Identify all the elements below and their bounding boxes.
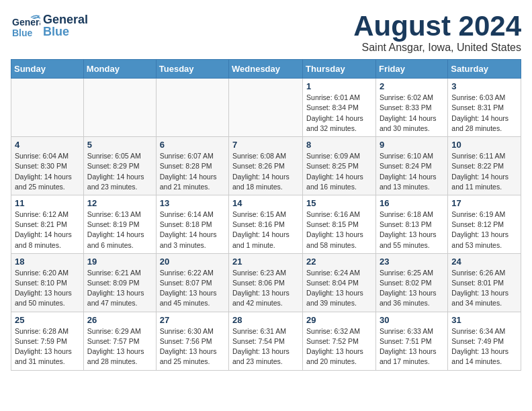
calendar-cell-w4-d6: 23Sunrise: 6:25 AM Sunset: 8:02 PM Dayli…: [375, 253, 447, 312]
day-number: 12: [87, 198, 152, 208]
calendar-table: SundayMondayTuesdayWednesdayThursdayFrid…: [11, 59, 521, 370]
day-number: 19: [87, 257, 152, 267]
calendar-cell-w1-d2: [83, 79, 156, 137]
day-info: Sunrise: 6:23 AM Sunset: 8:06 PM Dayligh…: [232, 268, 299, 309]
day-info: Sunrise: 6:05 AM Sunset: 8:29 PM Dayligh…: [87, 151, 152, 192]
day-info: Sunrise: 6:25 AM Sunset: 8:02 PM Dayligh…: [380, 268, 444, 309]
day-number: 3: [451, 81, 517, 91]
calendar-cell-w2-d5: 8Sunrise: 6:09 AM Sunset: 8:25 PM Daylig…: [303, 137, 376, 195]
day-info: Sunrise: 6:13 AM Sunset: 8:19 PM Dayligh…: [87, 210, 152, 250]
day-number: 20: [160, 257, 225, 267]
calendar-cell-w1-d6: 2Sunrise: 6:02 AM Sunset: 8:33 PM Daylig…: [375, 79, 447, 137]
calendar-cell-w5-d4: 28Sunrise: 6:31 AM Sunset: 7:54 PM Dayli…: [229, 312, 303, 370]
day-info: Sunrise: 6:08 AM Sunset: 8:26 PM Dayligh…: [232, 151, 299, 192]
day-number: 27: [160, 315, 225, 325]
day-number: 18: [15, 257, 80, 267]
day-number: 10: [451, 140, 517, 150]
calendar-cell-w1-d4: [229, 79, 303, 137]
calendar-cell-w2-d2: 5Sunrise: 6:05 AM Sunset: 8:29 PM Daylig…: [83, 137, 156, 195]
day-number: 15: [306, 198, 372, 208]
logo-general-text: General: [43, 13, 88, 26]
calendar-cell-w3-d3: 13Sunrise: 6:14 AM Sunset: 8:18 PM Dayli…: [156, 195, 228, 253]
day-info: Sunrise: 6:21 AM Sunset: 8:09 PM Dayligh…: [87, 268, 152, 309]
day-info: Sunrise: 6:11 AM Sunset: 8:22 PM Dayligh…: [451, 151, 517, 192]
day-number: 4: [15, 140, 80, 150]
header-monday: Monday: [83, 60, 156, 79]
day-info: Sunrise: 6:30 AM Sunset: 7:56 PM Dayligh…: [160, 326, 225, 367]
logo-blue-text: Blue: [43, 26, 88, 38]
day-number: 21: [232, 257, 299, 267]
calendar-cell-w2-d1: 4Sunrise: 6:04 AM Sunset: 8:30 PM Daylig…: [11, 137, 84, 195]
calendar-cell-w4-d7: 24Sunrise: 6:26 AM Sunset: 8:01 PM Dayli…: [448, 253, 521, 312]
day-info: Sunrise: 6:09 AM Sunset: 8:25 PM Dayligh…: [306, 151, 372, 192]
day-number: 9: [380, 140, 444, 150]
week-row-3: 11Sunrise: 6:12 AM Sunset: 8:21 PM Dayli…: [11, 195, 521, 253]
logo: General Blue GeneralBlue: [11, 11, 88, 40]
calendar-cell-w5-d7: 31Sunrise: 6:34 AM Sunset: 7:49 PM Dayli…: [448, 312, 521, 370]
calendar-cell-w5-d5: 29Sunrise: 6:32 AM Sunset: 7:52 PM Dayli…: [303, 312, 376, 370]
day-info: Sunrise: 6:10 AM Sunset: 8:24 PM Dayligh…: [380, 151, 444, 192]
calendar-cell-w3-d6: 16Sunrise: 6:18 AM Sunset: 8:13 PM Dayli…: [375, 195, 447, 253]
day-info: Sunrise: 6:32 AM Sunset: 7:52 PM Dayligh…: [306, 326, 372, 367]
day-number: 26: [87, 315, 152, 325]
subtitle: Saint Ansgar, Iowa, United States: [353, 42, 521, 54]
calendar-cell-w5-d3: 27Sunrise: 6:30 AM Sunset: 7:56 PM Dayli…: [156, 312, 228, 370]
calendar-cell-w3-d2: 12Sunrise: 6:13 AM Sunset: 8:19 PM Dayli…: [83, 195, 156, 253]
week-row-1: 1Sunrise: 6:01 AM Sunset: 8:34 PM Daylig…: [11, 79, 521, 137]
calendar-cell-w1-d3: [156, 79, 228, 137]
day-info: Sunrise: 6:33 AM Sunset: 7:51 PM Dayligh…: [380, 326, 444, 367]
calendar-cell-w3-d4: 14Sunrise: 6:15 AM Sunset: 8:16 PM Dayli…: [229, 195, 303, 253]
calendar-cell-w4-d4: 21Sunrise: 6:23 AM Sunset: 8:06 PM Dayli…: [229, 253, 303, 312]
day-info: Sunrise: 6:16 AM Sunset: 8:15 PM Dayligh…: [306, 210, 372, 250]
week-row-2: 4Sunrise: 6:04 AM Sunset: 8:30 PM Daylig…: [11, 137, 521, 195]
calendar-cell-w5-d2: 26Sunrise: 6:29 AM Sunset: 7:57 PM Dayli…: [83, 312, 156, 370]
day-number: 29: [306, 315, 372, 325]
day-info: Sunrise: 6:07 AM Sunset: 8:28 PM Dayligh…: [160, 151, 225, 192]
calendar-cell-w2-d4: 7Sunrise: 6:08 AM Sunset: 8:26 PM Daylig…: [229, 137, 303, 195]
day-info: Sunrise: 6:12 AM Sunset: 8:21 PM Dayligh…: [15, 210, 80, 250]
calendar-cell-w4-d1: 18Sunrise: 6:20 AM Sunset: 8:10 PM Dayli…: [11, 253, 84, 312]
calendar-cell-w2-d3: 6Sunrise: 6:07 AM Sunset: 8:28 PM Daylig…: [156, 137, 228, 195]
day-info: Sunrise: 6:04 AM Sunset: 8:30 PM Dayligh…: [15, 151, 80, 192]
calendar-header-row: SundayMondayTuesdayWednesdayThursdayFrid…: [11, 60, 521, 79]
day-number: 8: [306, 140, 372, 150]
calendar-cell-w3-d5: 15Sunrise: 6:16 AM Sunset: 8:15 PM Dayli…: [303, 195, 376, 253]
calendar-cell-w1-d1: [11, 79, 84, 137]
day-info: Sunrise: 6:29 AM Sunset: 7:57 PM Dayligh…: [87, 326, 152, 367]
day-number: 24: [451, 257, 517, 267]
header-saturday: Saturday: [448, 60, 521, 79]
day-info: Sunrise: 6:34 AM Sunset: 7:49 PM Dayligh…: [451, 326, 517, 367]
day-info: Sunrise: 6:28 AM Sunset: 7:59 PM Dayligh…: [15, 326, 80, 367]
day-number: 11: [15, 198, 80, 208]
calendar-cell-w2-d7: 10Sunrise: 6:11 AM Sunset: 8:22 PM Dayli…: [448, 137, 521, 195]
day-info: Sunrise: 6:24 AM Sunset: 8:04 PM Dayligh…: [306, 268, 372, 309]
day-info: Sunrise: 6:19 AM Sunset: 8:12 PM Dayligh…: [451, 210, 517, 250]
page-header: General Blue GeneralBlue August 2024 Sai…: [11, 11, 521, 54]
day-info: Sunrise: 6:20 AM Sunset: 8:10 PM Dayligh…: [15, 268, 80, 309]
calendar-cell-w4-d2: 19Sunrise: 6:21 AM Sunset: 8:09 PM Dayli…: [83, 253, 156, 312]
week-row-4: 18Sunrise: 6:20 AM Sunset: 8:10 PM Dayli…: [11, 253, 521, 312]
generalblue-logo-icon: General Blue: [11, 11, 40, 40]
calendar-cell-w2-d6: 9Sunrise: 6:10 AM Sunset: 8:24 PM Daylig…: [375, 137, 447, 195]
svg-text:Blue: Blue: [12, 28, 33, 38]
day-number: 28: [232, 315, 299, 325]
header-wednesday: Wednesday: [229, 60, 303, 79]
day-number: 13: [160, 198, 225, 208]
calendar-cell-w5-d1: 25Sunrise: 6:28 AM Sunset: 7:59 PM Dayli…: [11, 312, 84, 370]
day-number: 31: [451, 315, 517, 325]
header-friday: Friday: [375, 60, 447, 79]
day-info: Sunrise: 6:31 AM Sunset: 7:54 PM Dayligh…: [232, 326, 299, 367]
day-number: 17: [451, 198, 517, 208]
day-info: Sunrise: 6:14 AM Sunset: 8:18 PM Dayligh…: [160, 210, 225, 250]
week-row-5: 25Sunrise: 6:28 AM Sunset: 7:59 PM Dayli…: [11, 312, 521, 370]
day-info: Sunrise: 6:02 AM Sunset: 8:33 PM Dayligh…: [380, 93, 444, 134]
day-info: Sunrise: 6:22 AM Sunset: 8:07 PM Dayligh…: [160, 268, 225, 309]
header-sunday: Sunday: [11, 60, 84, 79]
day-info: Sunrise: 6:26 AM Sunset: 8:01 PM Dayligh…: [451, 268, 517, 309]
day-info: Sunrise: 6:01 AM Sunset: 8:34 PM Dayligh…: [306, 93, 372, 134]
calendar-cell-w4-d3: 20Sunrise: 6:22 AM Sunset: 8:07 PM Dayli…: [156, 253, 228, 312]
day-number: 14: [232, 198, 299, 208]
day-number: 23: [380, 257, 444, 267]
header-thursday: Thursday: [303, 60, 376, 79]
calendar-cell-w4-d5: 22Sunrise: 6:24 AM Sunset: 8:04 PM Dayli…: [303, 253, 376, 312]
